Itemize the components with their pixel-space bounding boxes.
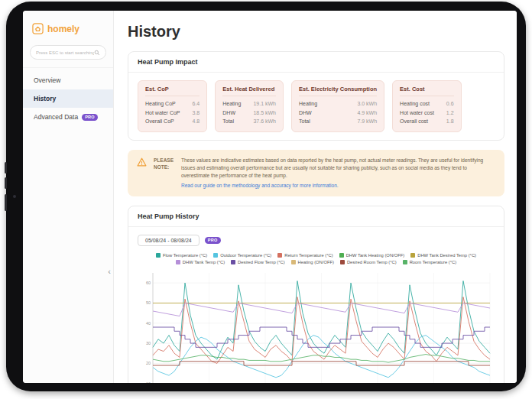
stat-box-electricity: Est. Electricity Consumption Heating3.0 … [291,80,384,132]
pro-badge: PRO [82,114,98,121]
legend-item[interactable]: Return Temperature (°C) [277,253,332,258]
legend-swatch [176,260,180,264]
legend-label: Desired Room Temp (°C) [347,260,397,264]
homely-house-icon [32,23,44,34]
tablet-volume-button [5,177,7,189]
legend-swatch [403,260,407,264]
stat-box-heat-delivered: Est. Heat Delivered Heating19.1 kWh DHW1… [215,80,284,132]
sidebar-item-label: History [34,95,56,102]
tablet-frame: homely Press ESC to start searching Over… [6,2,526,391]
legend-swatch [156,253,161,258]
stat-box-title: Est. Cost [400,86,453,96]
stat-box-title: Est. Heat Delivered [222,86,276,96]
sidebar-item-history[interactable]: History [23,89,113,108]
legend-label: DHW Tank Heating (ON/OFF) [346,253,405,258]
heat-pump-history-card: Heat Pump History 05/08/24 - 08/08/24 PR… [128,206,504,383]
impact-card-body: Est. CoP Heating CoP6.4 Hot water CoP3.8… [128,73,504,140]
stat-label: Heating cost [400,99,430,109]
svg-text:20: 20 [146,361,151,365]
legend-label: Flow Temperature (°C) [163,253,207,258]
legend-item[interactable]: Heating (ON/OFF) [291,260,334,264]
stat-box-cop: Est. CoP Heating CoP6.4 Hot water CoP3.8… [138,80,207,132]
sidebar-item-advanced-data[interactable]: Advanced Data PRO [23,108,113,126]
sidebar-menu: Overview History Advanced Data PRO [23,67,113,126]
stat-value: 3.0 kWh [357,99,377,109]
legend-item[interactable]: DHW Tank Temp (°C) [176,260,225,264]
legend-item[interactable]: Desired Flow Temp (°C) [231,260,284,264]
stat-label: Overall CoP [145,117,174,126]
legend-item[interactable]: Outdoor Temperature (°C) [213,253,271,258]
legend-item[interactable]: Desired Room Temp (°C) [340,260,397,264]
stat-label: Overall cost [400,117,428,126]
note-label: PLEASE NOTE: [154,157,174,172]
page-title: History [128,23,504,41]
stat-label: Heating [299,99,317,109]
app-logo: homely [23,11,113,42]
legend-swatch [277,253,282,258]
legend-item[interactable]: Flow Temperature (°C) [156,253,207,258]
svg-text:50: 50 [146,300,151,305]
impact-stat-row: Est. CoP Heating CoP6.4 Hot water CoP3.8… [138,80,495,132]
legend-swatch [339,253,344,258]
history-chart-svg: 010203040506005/0806/0807/0808/08 [138,268,495,383]
tablet-volume-button [5,162,7,174]
stat-label: DHW [222,109,235,118]
heat-pump-impact-card: Heat Pump Impact Est. CoP Heating CoP6.4… [128,51,504,141]
svg-text:60: 60 [146,281,151,285]
tablet-power-button [5,194,7,211]
legend-swatch [340,260,345,264]
legend-label: Return Temperature (°C) [284,253,332,258]
legend-label: DHW Tank Temp (°C) [183,260,225,264]
svg-text:30: 30 [146,341,151,345]
legend-swatch [291,260,296,264]
history-chart: 010203040506005/0806/0807/0808/08 [138,268,495,383]
sidebar-item-overview[interactable]: Overview [23,71,113,89]
stat-label: Hot water cost [400,109,434,118]
stat-box-title: Est. CoP [145,86,200,96]
svg-text:10: 10 [146,381,151,383]
search-input[interactable]: Press ESC to start searching [30,45,106,60]
please-note-banner: PLEASE NOTE: These values are indicative… [128,150,504,196]
methodology-link[interactable]: Read our guide on the methodology and ac… [181,182,495,190]
main-content: History Heat Pump Impact Est. CoP Heatin… [114,11,517,383]
note-text: These values are indicative estimates ba… [181,157,483,178]
stat-value: 0.6 [446,99,454,109]
stat-value: 4.8 [193,117,200,126]
legend-item[interactable]: Room Temperature (°C) [403,260,457,264]
legend-label: Heating (ON/OFF) [298,260,334,264]
stat-value: 1.8 [446,117,454,126]
impact-card-title: Heat Pump Impact [128,52,504,73]
stat-label: DHW [299,109,312,118]
sidebar-collapse-button[interactable]: ‹ [108,268,111,276]
legend-label: DHW Tank Desired Temp (°C) [417,253,476,258]
stat-value: 18.5 kWh [253,109,276,118]
history-card-body: 05/08/24 - 08/08/24 PRO Flow Temperature… [128,227,504,383]
stat-label: Hot water CoP [145,109,180,118]
app-screen: homely Press ESC to start searching Over… [23,11,517,383]
stat-label: Heating [222,99,241,109]
date-range-picker[interactable]: 05/08/24 - 08/08/24 [138,235,200,246]
note-body: These values are indicative estimates ba… [181,157,495,190]
legend-item[interactable]: DHW Tank Desired Temp (°C) [410,253,476,258]
chart-legend: Flow Temperature (°C)Outdoor Temperature… [138,253,495,264]
app-logo-text: homely [47,24,79,34]
stat-box-title: Est. Electricity Consumption [299,86,377,96]
history-controls: 05/08/24 - 08/08/24 PRO [138,235,495,246]
sidebar-item-label: Overview [34,76,60,84]
stat-label: Heating CoP [145,99,176,109]
legend-swatch [231,260,235,264]
stat-label: Total [299,117,310,126]
legend-label: Room Temperature (°C) [410,260,457,264]
sidebar: homely Press ESC to start searching Over… [23,11,114,383]
stat-value: 4.9 kWh [357,109,377,118]
stat-value: 19.1 kWh [253,99,276,109]
stat-value: 7.9 kWh [357,117,377,126]
stat-label: Total [222,117,234,126]
search-icon [94,50,100,56]
warning-icon [137,157,147,167]
history-card-title: Heat Pump History [128,206,504,227]
stat-value: 3.8 [193,109,200,118]
legend-label: Outdoor Temperature (°C) [220,253,271,258]
stat-value: 37.6 kWh [253,117,276,126]
legend-item[interactable]: DHW Tank Heating (ON/OFF) [339,253,405,258]
